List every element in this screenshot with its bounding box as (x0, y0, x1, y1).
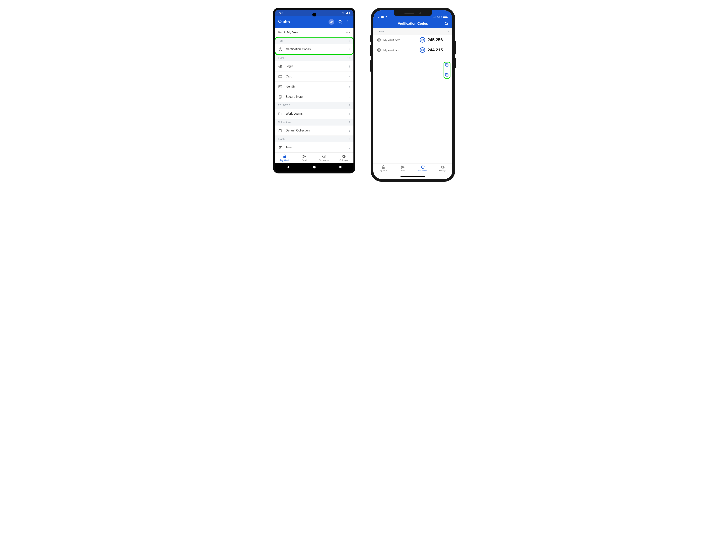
tab-my-vault[interactable]: My Vault (373, 163, 393, 173)
avatar-button[interactable]: JD (329, 19, 334, 25)
appbar-title: Verification Codes (398, 22, 428, 26)
globe-icon (377, 38, 381, 42)
countdown-ring: 30 (420, 37, 425, 43)
vault-selector-menu-icon[interactable]: ••• (346, 30, 350, 34)
iphone-side-button (370, 60, 371, 72)
wifi-icon (342, 11, 345, 14)
svg-rect-6 (279, 76, 282, 78)
totp-item-row[interactable]: My vault item 30 245 256 (373, 35, 452, 45)
svg-rect-18 (447, 17, 448, 18)
row-default-collection[interactable]: Default Collection 1 (275, 126, 353, 136)
signal-icon (433, 16, 436, 18)
android-nav-bar (275, 163, 353, 172)
svg-rect-23 (446, 74, 448, 76)
nav-back-icon[interactable] (286, 165, 290, 169)
section-header-types: TYPES 16 (275, 55, 353, 61)
iphone-side-button (455, 58, 456, 68)
ios-tab-bar: My Vault Send Generator Settings (373, 163, 452, 174)
copy-icon[interactable] (445, 63, 449, 67)
row-verification-codes[interactable]: Verification Codes 1 (275, 44, 353, 54)
svg-point-2 (348, 21, 348, 22)
svg-point-1 (348, 20, 348, 21)
iphone-side-button (370, 45, 371, 56)
countdown-ring: 30 (420, 47, 425, 53)
copy-icon[interactable] (445, 73, 449, 77)
location-icon (385, 16, 387, 18)
totp-item-row[interactable]: My vault item 30 244 215 (373, 45, 452, 55)
row-work-logins[interactable]: Work Logins 1 (275, 109, 353, 119)
battery-icon (349, 11, 351, 14)
row-card[interactable]: Card 4 (275, 71, 353, 82)
totp-code: 245 256 (427, 37, 443, 42)
section-header-folders: FOLDERS 1 (275, 102, 353, 109)
ios-content-area: My vault item 30 245 256 My vault item 3… (373, 35, 452, 163)
nav-recent-icon[interactable] (339, 165, 342, 169)
android-camera-punch-hole (312, 13, 316, 16)
section-header-trash: Trash 0 (275, 136, 353, 142)
globe-icon (377, 48, 381, 52)
nav-home-icon[interactable] (312, 165, 316, 169)
svg-rect-12 (433, 18, 434, 18)
tab-send[interactable]: Send (393, 163, 413, 173)
tab-generator[interactable]: Generator (314, 153, 334, 163)
section-header-totp: TOTP 1 (275, 38, 353, 44)
iphone-frame: 7:18 5G E Verification Codes ITEMS 2 My … (371, 8, 455, 182)
iphone-notch (394, 10, 432, 16)
identity-icon (278, 84, 283, 89)
svg-point-10 (313, 166, 316, 168)
tab-generator[interactable]: Generator (413, 163, 433, 173)
svg-point-0 (339, 21, 341, 23)
gear-icon (440, 165, 445, 169)
network-label: 5G E (437, 16, 442, 18)
svg-rect-17 (443, 16, 447, 18)
globe-icon (278, 64, 283, 69)
iphone-side-button (370, 35, 371, 42)
svg-point-19 (445, 22, 448, 25)
collection-icon (278, 128, 283, 133)
tab-send[interactable]: Send (295, 153, 314, 163)
tab-my-vault[interactable]: My Vault (275, 153, 295, 163)
tab-settings[interactable]: Settings (334, 153, 354, 163)
item-name: My vault item (383, 38, 417, 42)
status-time: 7:18 (378, 15, 384, 18)
generator-icon (322, 154, 326, 158)
gear-icon (342, 154, 346, 158)
battery-icon (443, 16, 448, 18)
highlight-copy-buttons (444, 62, 450, 79)
search-icon[interactable] (444, 21, 449, 26)
row-identity[interactable]: Identity 6 (275, 82, 353, 92)
svg-rect-22 (446, 64, 448, 66)
android-phone-frame: 5:20 Vaults JD Vault: My Vault ••• TOTP … (273, 8, 355, 173)
send-icon (302, 154, 306, 158)
section-header-collections: Collections 1 (275, 119, 353, 126)
lock-icon (283, 154, 287, 158)
overflow-menu-icon[interactable] (345, 19, 350, 24)
signal-icon (345, 11, 348, 14)
search-icon[interactable] (338, 19, 343, 24)
vault-selector-label: Vault: My Vault (278, 30, 299, 34)
svg-rect-7 (279, 85, 282, 88)
section-header-items: ITEMS 2 (373, 28, 452, 35)
android-app-bar: Vaults JD (275, 16, 353, 28)
svg-rect-13 (434, 17, 434, 18)
row-login[interactable]: Login 3 (275, 61, 353, 71)
send-icon (401, 165, 405, 169)
android-tab-bar: My Vault Send Generator Settings (275, 153, 353, 163)
trash-icon (278, 145, 283, 150)
svg-point-3 (348, 23, 348, 24)
status-time: 5:20 (278, 11, 283, 15)
svg-rect-11 (339, 166, 342, 168)
item-name: My vault item (383, 48, 417, 52)
row-secure-note[interactable]: Secure Note 3 (275, 92, 353, 102)
generator-icon (421, 165, 425, 169)
tab-settings[interactable]: Settings (433, 163, 452, 173)
card-icon (278, 74, 283, 79)
lock-icon (381, 165, 385, 169)
highlight-totp-section: TOTP 1 Verification Codes 1 (275, 37, 353, 55)
vault-selector[interactable]: Vault: My Vault ••• (275, 28, 353, 37)
row-trash[interactable]: Trash 0 (275, 142, 353, 153)
note-icon (278, 94, 283, 99)
folder-icon (278, 111, 283, 116)
ios-home-indicator[interactable] (373, 174, 452, 179)
clock-icon (278, 47, 283, 52)
